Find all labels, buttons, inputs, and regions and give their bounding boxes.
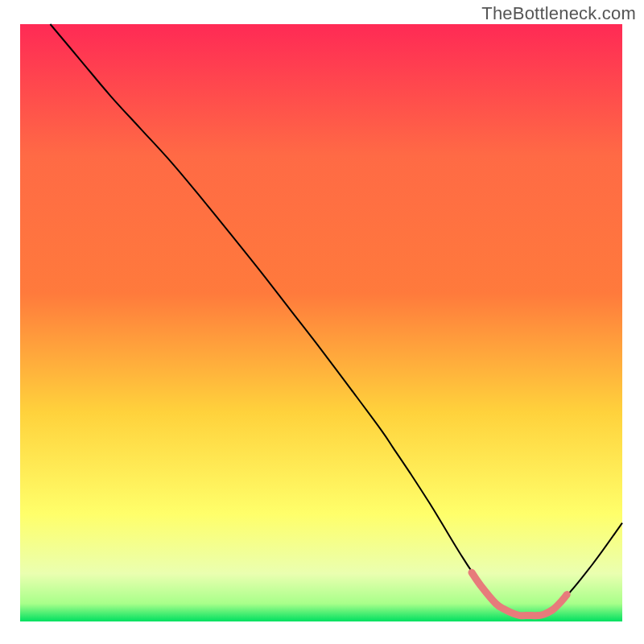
plot-background bbox=[20, 24, 622, 621]
chart-stage: TheBottleneck.com bbox=[0, 0, 644, 644]
bottleneck-chart bbox=[0, 0, 644, 644]
watermark-text: TheBottleneck.com bbox=[481, 3, 636, 24]
